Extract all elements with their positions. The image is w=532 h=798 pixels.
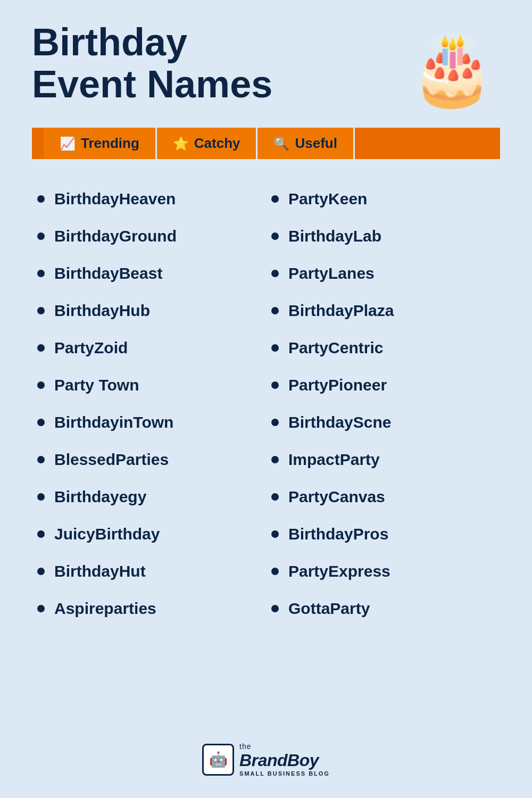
bullet-icon: [37, 381, 45, 389]
useful-label: Useful: [295, 135, 337, 152]
brandboy-logo-icon: 🤖: [202, 744, 234, 776]
list-item: BirthdayPlaza: [266, 292, 500, 329]
footer-section: 🤖 the BrandBoy SMALL BUSINESS BLOG: [202, 732, 330, 777]
item-text: GottaParty: [288, 600, 370, 618]
item-text: Birthdayegy: [54, 488, 146, 506]
bullet-icon: [37, 344, 45, 352]
bullet-icon: [271, 419, 279, 426]
item-text: BirthdayScne: [288, 413, 391, 431]
bullet-icon: [37, 605, 45, 612]
tab-left-accent: [32, 128, 44, 159]
bullet-icon: [271, 493, 279, 501]
list-item: Party Town: [32, 367, 266, 404]
list-item: BirthdayinTown: [32, 404, 266, 441]
tab-catchy[interactable]: ⭐ Catchy: [157, 128, 258, 159]
header-section: Birthday Event Names 🎂: [32, 21, 500, 117]
bullet-icon: [271, 307, 279, 314]
list-item: Birthdayegy: [32, 478, 266, 516]
list-left: BirthdayHeaven BirthdayGround BirthdayBe…: [32, 180, 266, 627]
item-text: BirthdayHub: [54, 302, 150, 320]
trending-label: Trending: [81, 135, 139, 152]
item-text: BirthdayPlaza: [288, 302, 394, 320]
bullet-icon: [271, 605, 279, 612]
list-item: BirthdayHut: [32, 553, 266, 590]
list-item: PartyKeen: [266, 180, 500, 218]
item-text: BirthdayPros: [288, 525, 388, 543]
bullet-icon: [271, 530, 279, 538]
list-right: PartyKeen BirthdayLab PartyLanes Birthda…: [266, 180, 500, 627]
item-text: Party Town: [54, 376, 139, 394]
page-title-line2: Event Names: [32, 63, 272, 105]
brand-name: BrandBoy: [239, 751, 319, 770]
tab-trending[interactable]: 📈 Trending: [44, 128, 157, 159]
bullet-icon: [37, 493, 45, 501]
list-item: BirthdayHub: [32, 292, 266, 329]
bullet-icon: [37, 232, 45, 240]
title-block: Birthday Event Names: [32, 21, 272, 105]
useful-icon: 🔍: [273, 136, 289, 151]
bullet-icon: [271, 232, 279, 240]
item-text: BirthdayHeaven: [54, 190, 176, 208]
brand-sub: SMALL BUSINESS BLOG: [239, 770, 330, 777]
item-text: PartyExpress: [288, 562, 390, 580]
item-text: BirthdayLab: [288, 227, 381, 245]
list-item: PartyExpress: [266, 553, 500, 590]
bullet-icon: [37, 568, 45, 575]
bullet-icon: [37, 270, 45, 277]
catchy-label: Catchy: [194, 135, 240, 152]
bullet-icon: [271, 381, 279, 389]
list-item: BirthdayLab: [266, 218, 500, 255]
lists-section: BirthdayHeaven BirthdayGround BirthdayBe…: [32, 180, 500, 627]
item-text: PartyKeen: [288, 190, 367, 208]
bullet-icon: [271, 344, 279, 352]
item-text: BirthdayGround: [54, 227, 177, 245]
list-item: BirthdayBeast: [32, 255, 266, 292]
item-text: JuicyBirthday: [54, 525, 160, 543]
tabs-section: 📈 Trending ⭐ Catchy 🔍 Useful: [32, 128, 500, 159]
list-item: PartyZoid: [32, 329, 266, 367]
list-item: PartyCanvas: [266, 478, 500, 516]
page-wrapper: Birthday Event Names 🎂 📈 Trending ⭐ Catc…: [0, 0, 532, 798]
item-text: BirthdayHut: [54, 562, 146, 580]
tab-useful[interactable]: 🔍 Useful: [257, 128, 354, 159]
list-item: ImpactParty: [266, 441, 500, 478]
item-text: PartyCentric: [288, 339, 383, 357]
item-text: PartyCanvas: [288, 488, 385, 506]
brand-text-block: the BrandBoy SMALL BUSINESS BLOG: [239, 742, 330, 777]
bullet-icon: [37, 530, 45, 538]
list-item: JuicyBirthday: [32, 516, 266, 553]
list-item: GottaParty: [266, 590, 500, 627]
item-text: PartyPioneer: [288, 376, 387, 394]
bullet-icon: [37, 307, 45, 314]
item-text: Aspireparties: [54, 600, 156, 618]
list-item: Aspireparties: [32, 590, 266, 627]
list-item: BlessedParties: [32, 441, 266, 478]
bullet-icon: [271, 195, 279, 203]
list-item: PartyCentric: [266, 329, 500, 367]
list-item: PartyLanes: [266, 255, 500, 292]
bullet-icon: [271, 270, 279, 277]
bullet-icon: [37, 195, 45, 203]
bullet-icon: [37, 419, 45, 426]
bullet-icon: [271, 456, 279, 463]
brand-logo: 🤖 the BrandBoy SMALL BUSINESS BLOG: [202, 742, 330, 777]
item-text: BirthdayBeast: [54, 264, 162, 282]
page-title-line1: Birthday: [32, 21, 272, 63]
item-text: PartyLanes: [288, 264, 375, 282]
list-item: BirthdayHeaven: [32, 180, 266, 218]
item-text: ImpactParty: [288, 451, 380, 469]
item-text: PartyZoid: [54, 339, 128, 357]
list-item: BirthdayPros: [266, 516, 500, 553]
bullet-icon: [271, 568, 279, 575]
item-text: BlessedParties: [54, 451, 169, 469]
brand-the: the: [239, 742, 251, 751]
list-item: BirthdayScne: [266, 404, 500, 441]
tab-right-accent: [355, 128, 500, 159]
list-item: PartyPioneer: [266, 367, 500, 404]
cake-icon: 🎂: [404, 21, 500, 117]
list-item: BirthdayGround: [32, 218, 266, 255]
bullet-icon: [37, 456, 45, 463]
trending-icon: 📈: [60, 136, 76, 151]
item-text: BirthdayinTown: [54, 413, 173, 431]
catchy-icon: ⭐: [173, 136, 189, 151]
